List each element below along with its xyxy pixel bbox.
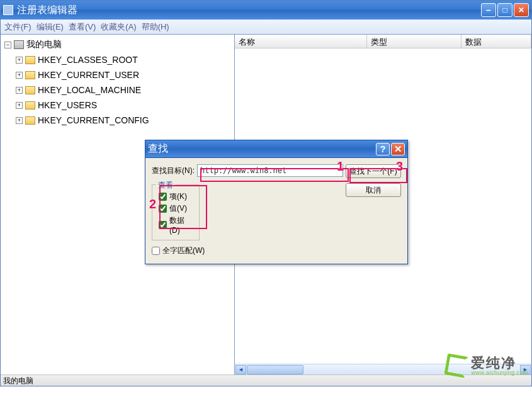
chk-data-box[interactable] (159, 221, 167, 229)
tree-node-label: HKEY_CURRENT_USER (38, 70, 139, 80)
folder-icon (25, 101, 35, 110)
tree-node[interactable]: + HKEY_CURRENT_CONFIG (2, 113, 233, 128)
group-legend: 查看 (156, 180, 175, 191)
menu-favorites[interactable]: 收藏夹(A) (101, 21, 136, 33)
chk-values-box[interactable] (159, 205, 167, 213)
tree-node-label: HKEY_USERS (38, 100, 97, 110)
chk-whole-word[interactable]: 全字匹配(W) (152, 245, 401, 256)
scroll-thumb[interactable] (247, 365, 303, 374)
expand-icon[interactable]: + (16, 117, 23, 124)
tree-node-label: HKEY_CURRENT_CONFIG (38, 115, 149, 125)
menu-view[interactable]: 查看(V) (69, 21, 96, 33)
tree-node[interactable]: + HKEY_CURRENT_USER (2, 67, 233, 82)
tree-node[interactable]: + HKEY_LOCAL_MACHINE (2, 82, 233, 98)
expand-icon[interactable]: + (16, 57, 23, 64)
folder-icon (25, 116, 35, 125)
chk-keys-box[interactable] (159, 193, 167, 201)
maximize-button[interactable]: □ (497, 3, 512, 17)
find-label: 查找目标(N): (152, 166, 195, 176)
menubar: 文件(F) 编辑(E) 查看(V) 收藏夹(A) 帮助(H) (1, 20, 531, 35)
tree-node[interactable]: + HKEY_CLASSES_ROOT (2, 52, 233, 67)
app-icon (3, 5, 13, 15)
collapse-icon[interactable]: − (4, 42, 11, 48)
column-data[interactable]: 数据 (461, 35, 531, 48)
chk-values[interactable]: 值(V) (159, 203, 193, 214)
menu-edit[interactable]: 编辑(E) (37, 21, 64, 33)
window-controls: ‒ □ ✕ (481, 3, 529, 17)
chk-data[interactable]: 数据(D) (159, 215, 193, 235)
find-dialog: 查找 ? ✕ 查找目标(N): 查找下一个(F) 取消 查看 项(K) 值(V) (145, 140, 408, 264)
chk-keys-label: 项(K) (169, 191, 187, 202)
chk-keys[interactable]: 项(K) (159, 191, 193, 202)
chk-whole-label: 全字匹配(W) (162, 245, 205, 256)
window-title: 注册表编辑器 (17, 4, 481, 17)
column-name[interactable]: 名称 (235, 35, 367, 48)
tree-node-label: HKEY_LOCAL_MACHINE (38, 85, 141, 95)
menu-file[interactable]: 文件(F) (4, 21, 31, 33)
cancel-button[interactable]: 取消 (346, 183, 401, 197)
close-button[interactable]: ✕ (514, 3, 529, 17)
tree-root[interactable]: − 我的电脑 (2, 37, 233, 52)
column-headers: 名称 类型 数据 (235, 35, 531, 48)
menu-help[interactable]: 帮助(H) (142, 21, 169, 33)
tree-node[interactable]: + HKEY_USERS (2, 98, 233, 113)
watermark-brand: 爱纯净 (471, 356, 528, 370)
status-path: 我的电脑 (3, 376, 33, 385)
chk-values-label: 值(V) (169, 203, 187, 214)
titlebar: 注册表编辑器 ‒ □ ✕ (1, 1, 531, 20)
watermark-logo-icon (444, 353, 469, 378)
dialog-title: 查找 (148, 142, 376, 155)
dialog-help-button[interactable]: ? (376, 143, 390, 155)
dialog-close-button[interactable]: ✕ (391, 143, 405, 155)
folder-icon (25, 86, 35, 94)
dialog-titlebar[interactable]: 查找 ? ✕ (145, 140, 407, 158)
dialog-body: 查找目标(N): 查找下一个(F) 取消 查看 项(K) 值(V) 数据(D) (145, 158, 407, 264)
column-type[interactable]: 类型 (367, 35, 461, 48)
expand-icon[interactable]: + (16, 87, 23, 94)
watermark-url: www.aichunjing.com (471, 370, 528, 376)
look-at-group: 查看 项(K) 值(V) 数据(D) (152, 184, 200, 240)
tree-node-label: HKEY_CLASSES_ROOT (38, 55, 138, 65)
scroll-left-icon[interactable]: ◄ (235, 365, 246, 374)
expand-icon[interactable]: + (16, 102, 23, 109)
watermark: 爱纯净 www.aichunjing.com (446, 355, 528, 376)
find-next-button[interactable]: 查找下一个(F) (346, 164, 401, 178)
folder-icon (25, 56, 35, 64)
minimize-button[interactable]: ‒ (481, 3, 496, 17)
expand-icon[interactable]: + (16, 72, 23, 79)
folder-icon (25, 71, 35, 79)
tree-root-label: 我的电脑 (26, 39, 62, 50)
find-input[interactable] (197, 164, 343, 177)
computer-icon (14, 40, 24, 49)
chk-whole-box[interactable] (152, 247, 160, 255)
chk-data-label: 数据(D) (169, 215, 193, 235)
